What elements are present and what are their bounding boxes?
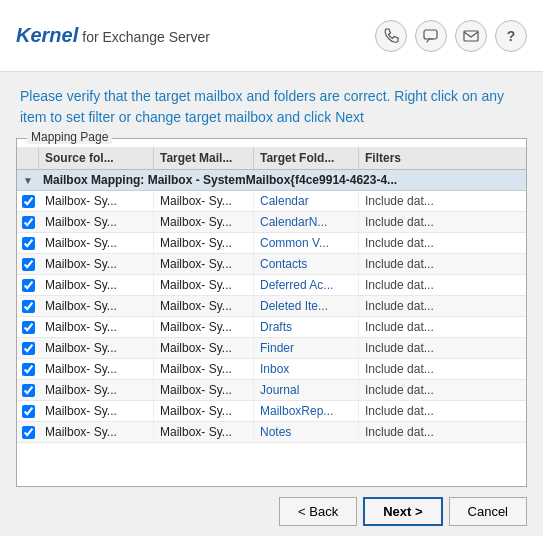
cancel-button[interactable]: Cancel <box>449 497 527 526</box>
row-checkbox[interactable] <box>22 426 35 439</box>
col-target-mail: Target Mail... <box>154 147 254 169</box>
row-target-folder: Drafts <box>254 317 359 337</box>
row-source: Mailbox- Sy... <box>39 359 154 379</box>
svg-rect-1 <box>464 31 478 41</box>
row-target-mail: Mailbox- Sy... <box>154 422 254 442</box>
table-row[interactable]: Mailbox- Sy... Mailbox- Sy... CalendarN.… <box>17 212 526 233</box>
row-filter: Include dat... <box>359 296 526 316</box>
row-filter: Include dat... <box>359 275 526 295</box>
row-source: Mailbox- Sy... <box>39 275 154 295</box>
row-target-mail: Mailbox- Sy... <box>154 191 254 211</box>
row-target-mail: Mailbox- Sy... <box>154 296 254 316</box>
row-target-folder: Deleted Ite... <box>254 296 359 316</box>
row-filter: Include dat... <box>359 338 526 358</box>
svg-rect-0 <box>424 30 437 39</box>
row-source: Mailbox- Sy... <box>39 212 154 232</box>
row-source: Mailbox- Sy... <box>39 338 154 358</box>
row-checkbox[interactable] <box>22 363 35 376</box>
table-scroll[interactable]: ▼ Mailbox Mapping: Mailbox - SystemMailb… <box>17 170 526 486</box>
row-checkbox[interactable] <box>22 300 35 313</box>
table-row[interactable]: Mailbox- Sy... Mailbox- Sy... Deleted It… <box>17 296 526 317</box>
row-target-folder: MailboxRep... <box>254 401 359 421</box>
header-icons: ? <box>375 20 527 52</box>
group-row[interactable]: ▼ Mailbox Mapping: Mailbox - SystemMailb… <box>17 170 526 191</box>
row-source: Mailbox- Sy... <box>39 401 154 421</box>
footer: < Back Next > Cancel <box>0 487 543 536</box>
table-row[interactable]: Mailbox- Sy... Mailbox- Sy... MailboxRep… <box>17 401 526 422</box>
table-row[interactable]: Mailbox- Sy... Mailbox- Sy... Notes Incl… <box>17 422 526 443</box>
row-source: Mailbox- Sy... <box>39 254 154 274</box>
table-row[interactable]: Mailbox- Sy... Mailbox- Sy... Deferred A… <box>17 275 526 296</box>
row-target-mail: Mailbox- Sy... <box>154 359 254 379</box>
col-source: Source fol... <box>39 147 154 169</box>
group-row-label: Mailbox Mapping: Mailbox - SystemMailbox… <box>39 170 526 190</box>
row-checkbox[interactable] <box>22 405 35 418</box>
row-checkbox-cell[interactable] <box>17 256 39 273</box>
row-target-mail: Mailbox- Sy... <box>154 401 254 421</box>
row-target-mail: Mailbox- Sy... <box>154 212 254 232</box>
row-target-folder: CalendarN... <box>254 212 359 232</box>
header: Kernel for Exchange Server <box>0 0 543 72</box>
col-filters: Filters <box>359 147 526 169</box>
row-checkbox[interactable] <box>22 342 35 355</box>
description-text: Please verify that the target mailbox an… <box>0 72 543 138</box>
row-target-mail: Mailbox- Sy... <box>154 254 254 274</box>
row-source: Mailbox- Sy... <box>39 380 154 400</box>
row-checkbox-cell[interactable] <box>17 298 39 315</box>
row-checkbox-cell[interactable] <box>17 340 39 357</box>
row-checkbox-cell[interactable] <box>17 277 39 294</box>
row-target-mail: Mailbox- Sy... <box>154 275 254 295</box>
mapping-page-group: Mapping Page Source fol... Target Mail..… <box>16 138 527 487</box>
row-target-mail: Mailbox- Sy... <box>154 233 254 253</box>
email-icon-button[interactable] <box>455 20 487 52</box>
row-filter: Include dat... <box>359 401 526 421</box>
chat-icon-button[interactable] <box>415 20 447 52</box>
row-checkbox-cell[interactable] <box>17 235 39 252</box>
row-filter: Include dat... <box>359 254 526 274</box>
phone-icon-button[interactable] <box>375 20 407 52</box>
row-checkbox-cell[interactable] <box>17 382 39 399</box>
expand-icon[interactable]: ▼ <box>17 172 39 189</box>
row-checkbox-cell[interactable] <box>17 214 39 231</box>
next-button[interactable]: Next > <box>363 497 442 526</box>
row-target-folder: Inbox <box>254 359 359 379</box>
row-filter: Include dat... <box>359 233 526 253</box>
row-target-folder: Deferred Ac... <box>254 275 359 295</box>
row-checkbox-cell[interactable] <box>17 193 39 210</box>
table-row[interactable]: Mailbox- Sy... Mailbox- Sy... Finder Inc… <box>17 338 526 359</box>
row-checkbox-cell[interactable] <box>17 424 39 441</box>
mapping-page-legend: Mapping Page <box>27 130 112 144</box>
row-checkbox[interactable] <box>22 237 35 250</box>
row-checkbox-cell[interactable] <box>17 361 39 378</box>
row-checkbox[interactable] <box>22 321 35 334</box>
table-row[interactable]: Mailbox- Sy... Mailbox- Sy... Calendar I… <box>17 191 526 212</box>
row-checkbox[interactable] <box>22 258 35 271</box>
row-source: Mailbox- Sy... <box>39 191 154 211</box>
table-row[interactable]: Mailbox- Sy... Mailbox- Sy... Common V..… <box>17 233 526 254</box>
row-target-folder: Calendar <box>254 191 359 211</box>
col-check <box>17 147 39 169</box>
row-target-folder: Contacts <box>254 254 359 274</box>
table-row[interactable]: Mailbox- Sy... Mailbox- Sy... Contacts I… <box>17 254 526 275</box>
back-button[interactable]: < Back <box>279 497 357 526</box>
table-row[interactable]: Mailbox- Sy... Mailbox- Sy... Drafts Inc… <box>17 317 526 338</box>
row-target-folder: Common V... <box>254 233 359 253</box>
row-checkbox[interactable] <box>22 216 35 229</box>
row-filter: Include dat... <box>359 212 526 232</box>
row-target-folder: Notes <box>254 422 359 442</box>
row-checkbox[interactable] <box>22 384 35 397</box>
row-source: Mailbox- Sy... <box>39 422 154 442</box>
table-row[interactable]: Mailbox- Sy... Mailbox- Sy... Inbox Incl… <box>17 359 526 380</box>
row-source: Mailbox- Sy... <box>39 317 154 337</box>
row-checkbox-cell[interactable] <box>17 319 39 336</box>
help-icon-button[interactable]: ? <box>495 20 527 52</box>
row-checkbox-cell[interactable] <box>17 403 39 420</box>
row-filter: Include dat... <box>359 422 526 442</box>
table-row[interactable]: Mailbox- Sy... Mailbox- Sy... Journal In… <box>17 380 526 401</box>
row-checkbox[interactable] <box>22 279 35 292</box>
row-filter: Include dat... <box>359 380 526 400</box>
row-filter: Include dat... <box>359 317 526 337</box>
logo-rest: for Exchange Server <box>82 29 210 45</box>
row-checkbox[interactable] <box>22 195 35 208</box>
row-filter: Include dat... <box>359 191 526 211</box>
